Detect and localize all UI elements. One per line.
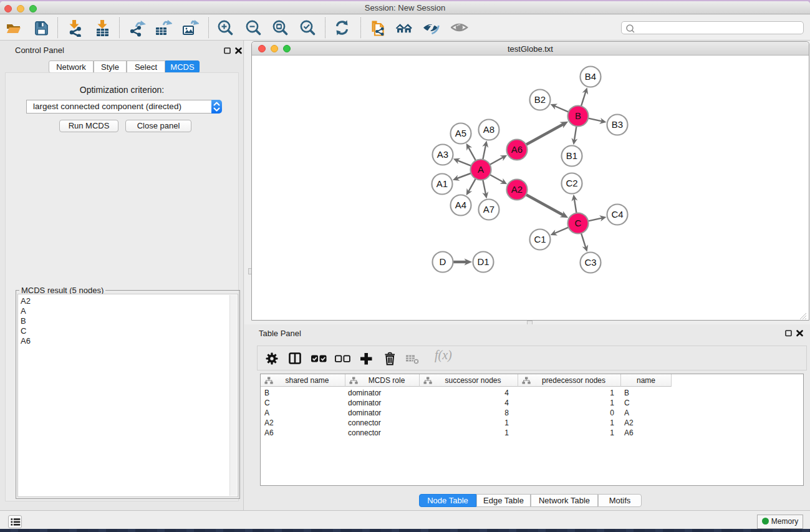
svg-text:D1: D1: [477, 256, 489, 267]
svg-text:B3: B3: [612, 119, 623, 130]
svg-text:D: D: [440, 256, 446, 267]
svg-text:C: C: [575, 218, 582, 228]
svg-text:B: B: [575, 110, 581, 121]
svg-text:A1: A1: [436, 178, 448, 189]
svg-text:A7: A7: [483, 204, 494, 215]
svg-text:C3: C3: [584, 257, 596, 268]
svg-text:C1: C1: [534, 234, 546, 244]
svg-text:B4: B4: [585, 71, 596, 82]
svg-text:A6: A6: [511, 144, 523, 155]
svg-text:A4: A4: [455, 200, 466, 210]
svg-text:A: A: [478, 164, 484, 175]
svg-text:C4: C4: [611, 209, 623, 220]
svg-text:A3: A3: [437, 149, 448, 160]
svg-text:B2: B2: [534, 94, 546, 105]
svg-text:A5: A5: [455, 128, 466, 138]
svg-text:A8: A8: [483, 124, 494, 135]
svg-text:B1: B1: [566, 150, 577, 161]
svg-text:A2: A2: [511, 184, 523, 195]
svg-text:C2: C2: [566, 178, 577, 188]
